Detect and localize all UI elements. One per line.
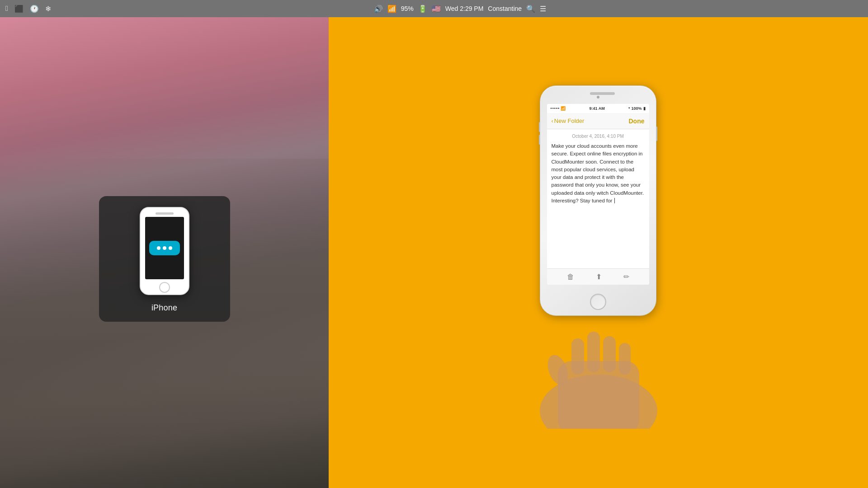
notes-navbar: ‹ New Folder Done (547, 113, 649, 129)
svg-rect-3 (587, 332, 600, 372)
wifi-status: 📶 (561, 106, 566, 111)
dot-2 (163, 246, 166, 250)
battery-status: 100% (631, 106, 642, 111)
svg-rect-4 (603, 336, 616, 372)
flag-icon[interactable]: 🇺🇸 (432, 5, 441, 13)
menu-username: Constantine (488, 5, 522, 12)
airdrop-device-name: iPhone (151, 303, 177, 313)
yellow-promo-section: ••••• 📶 9:41 AM * 100% ▮ ‹ (329, 17, 868, 488)
iphone-top-bar (590, 92, 615, 95)
battery-icon: 🔋 (418, 5, 427, 13)
iphone-home-button-small (159, 282, 170, 293)
clock-history-icon[interactable]: 🕐 (30, 5, 39, 13)
iphone-speaker (156, 212, 174, 215)
battery-percentage: 95% (401, 5, 414, 12)
notes-back-button[interactable]: ‹ New Folder (552, 117, 585, 124)
iphone-illustration (140, 207, 189, 295)
iphone-airdrop-screen (145, 217, 184, 279)
volume-icon[interactable]: 🔊 (374, 5, 383, 13)
search-icon[interactable]: 🔍 (526, 5, 535, 13)
dot-1 (157, 246, 160, 250)
battery-icon-small: ▮ (643, 106, 646, 111)
dots-app-icon (149, 241, 180, 255)
status-right-group: * 100% ▮ (628, 106, 646, 111)
iphone-top-speaker (597, 96, 599, 99)
macos-desktop: iPhone (0, 17, 329, 488)
note-body[interactable]: Make your cloud accounts even more secur… (552, 142, 645, 205)
svg-rect-2 (571, 338, 584, 375)
svg-rect-5 (619, 343, 631, 375)
apple-menu-icon[interactable]:  (5, 5, 8, 13)
dot-3 (169, 246, 172, 250)
phone-mockup-container: ••••• 📶 9:41 AM * 100% ▮ ‹ (513, 58, 684, 429)
note-date: October 4, 2016, 4:10 PM (552, 134, 645, 139)
menubar:  ⬛ 🕐 ❄ 🔊 📶 95% 🔋 🇺🇸 Wed 2:29 PM Constan… (0, 0, 868, 17)
volume-up-button[interactable] (539, 122, 540, 132)
power-button[interactable] (656, 127, 657, 141)
list-icon[interactable]: ☰ (540, 5, 546, 13)
menu-datetime: Wed 2:29 PM (445, 5, 484, 12)
notes-folder-label: New Folder (554, 117, 584, 124)
app-icon-1[interactable]: ⬛ (14, 5, 24, 13)
status-time: 9:41 AM (590, 106, 605, 111)
back-chevron-icon: ‹ (552, 117, 553, 124)
notes-done-button[interactable]: Done (629, 117, 645, 125)
signal-dots: ••••• (551, 106, 560, 111)
volume-down-button[interactable] (539, 135, 540, 145)
hand-illustration (513, 203, 684, 429)
main-content: iPhone ••••• 📶 (0, 17, 868, 488)
status-bar: ••••• 📶 9:41 AM * 100% ▮ (547, 104, 649, 113)
status-signal-group: ••••• 📶 (551, 106, 566, 111)
note-text-content: Make your cloud accounts even more secur… (552, 143, 644, 203)
text-cursor (614, 198, 615, 203)
snowflake-icon[interactable]: ❄ (45, 5, 51, 13)
wifi-icon[interactable]: 📶 (387, 5, 396, 13)
airdrop-panel[interactable]: iPhone (99, 196, 230, 322)
bluetooth-status: * (628, 106, 630, 111)
